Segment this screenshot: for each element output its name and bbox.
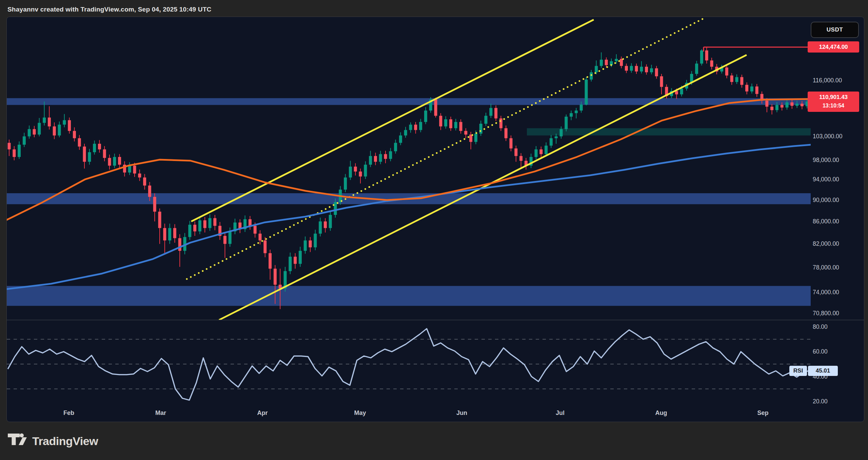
- rsi-indicator-label[interactable]: RSI 45.01: [789, 366, 838, 376]
- chart-canvas[interactable]: [7, 17, 864, 422]
- candle-body: [38, 123, 41, 135]
- candle-body: [8, 143, 11, 149]
- candle-body: [404, 130, 407, 136]
- candle-body: [33, 129, 36, 135]
- candle-body: [359, 172, 362, 177]
- candle-body: [198, 220, 201, 232]
- candle-body: [173, 228, 176, 238]
- candle-body: [555, 136, 558, 138]
- candle-body: [108, 158, 111, 166]
- rsi-axis-label: 60.00: [813, 348, 828, 355]
- candle-body: [48, 118, 51, 126]
- candle-body: [364, 165, 367, 177]
- candle-body: [28, 129, 31, 136]
- candle-body: [434, 99, 437, 116]
- current-price-label: 110,901.43 13:10:54: [808, 92, 859, 112]
- candle-body: [439, 116, 442, 126]
- candle-body: [143, 178, 146, 186]
- candle-body: [770, 107, 773, 110]
- candle-body: [735, 77, 738, 82]
- quote-currency-button[interactable]: USDT: [811, 22, 859, 38]
- candle-body: [168, 228, 171, 241]
- candle-body: [304, 240, 307, 251]
- candle-body: [740, 77, 743, 85]
- price-level-value: 124,474.00: [808, 43, 859, 52]
- candle-body: [148, 185, 151, 197]
- candle-body: [113, 157, 116, 166]
- price-axis-label: 78,000.00: [813, 264, 839, 271]
- candle-body: [459, 122, 462, 131]
- candle-body: [464, 131, 467, 135]
- time-axis-label-sep[interactable]: Sep: [757, 409, 768, 417]
- candle-body: [274, 269, 277, 285]
- candle-body: [193, 225, 196, 232]
- candle-body: [514, 148, 517, 156]
- candle-body: [700, 51, 703, 64]
- candle-body: [650, 68, 653, 72]
- candle-body: [630, 66, 633, 71]
- current-price-value: 110,901.43: [808, 93, 859, 102]
- candle-body: [379, 154, 382, 162]
- candle-body: [745, 85, 748, 92]
- candle-body: [83, 146, 86, 162]
- candle-body: [263, 240, 267, 253]
- candle-body: [444, 119, 447, 126]
- candle-body: [374, 156, 377, 162]
- candle-body: [133, 166, 136, 174]
- candle-body: [88, 152, 91, 162]
- rsi-pane: [7, 329, 811, 400]
- candle-body: [314, 234, 317, 247]
- candle-body: [449, 119, 452, 128]
- time-axis-label-apr[interactable]: Apr: [257, 409, 268, 417]
- rsi-name-badge[interactable]: RSI: [789, 366, 807, 376]
- candle-body: [158, 212, 161, 228]
- credit-line: Shayannv created with TradingView.com, S…: [7, 6, 211, 13]
- green-sr-zone: [527, 128, 811, 135]
- chart-container: 116,000.00103,000.0098,000.0094,000.0090…: [6, 17, 864, 422]
- candle-body: [565, 117, 568, 129]
- candle-body: [294, 257, 297, 264]
- time-axis-label-jun[interactable]: Jun: [456, 409, 467, 417]
- candle-body: [605, 60, 608, 65]
- price-level-label: 124,474.00: [808, 41, 859, 53]
- candle-body: [585, 80, 588, 105]
- candle-body: [615, 59, 618, 61]
- candle-body: [781, 105, 784, 108]
- candle-body: [138, 174, 141, 178]
- tradingview-logo[interactable]: TradingView: [8, 433, 98, 449]
- tradingview-logo-text: TradingView: [32, 435, 98, 448]
- time-axis-label-mar[interactable]: Mar: [155, 409, 166, 417]
- candle-body: [489, 108, 492, 116]
- candle-body: [550, 138, 553, 146]
- price-axis-label: 103,000.00: [813, 133, 843, 140]
- candle-body: [725, 67, 728, 76]
- candle-body: [479, 124, 482, 134]
- candle-body: [409, 125, 412, 130]
- candle-body: [98, 144, 101, 149]
- candle-body: [790, 102, 793, 106]
- price-axis-label: 74,000.00: [813, 289, 839, 296]
- candle-body: [485, 116, 488, 124]
- candle-body: [163, 228, 166, 241]
- candle-body: [23, 136, 26, 145]
- candle-body: [118, 157, 121, 165]
- candle-body: [640, 67, 643, 72]
- candle-body: [93, 144, 96, 152]
- candle-body: [655, 68, 658, 76]
- candle-body: [103, 149, 106, 158]
- time-axis-label-jul[interactable]: Jul: [556, 409, 565, 417]
- price-axis-label: 116,000.00: [813, 77, 842, 84]
- time-axis-label-aug[interactable]: Aug: [655, 409, 667, 417]
- candle-body: [43, 118, 46, 123]
- price-axis-label: 86,000.00: [813, 218, 839, 225]
- candle-body: [394, 143, 397, 151]
- time-axis-label-may[interactable]: May: [354, 409, 366, 417]
- time-axis-label-feb[interactable]: Feb: [63, 409, 74, 417]
- candle-body: [635, 66, 638, 71]
- candle-body: [454, 122, 457, 128]
- price-axis-label: 98,000.00: [813, 156, 839, 163]
- trendline-channel-upper: [191, 20, 594, 221]
- candle-body: [203, 220, 206, 228]
- candle-body: [535, 149, 538, 157]
- blue-sr-zone: [7, 286, 811, 306]
